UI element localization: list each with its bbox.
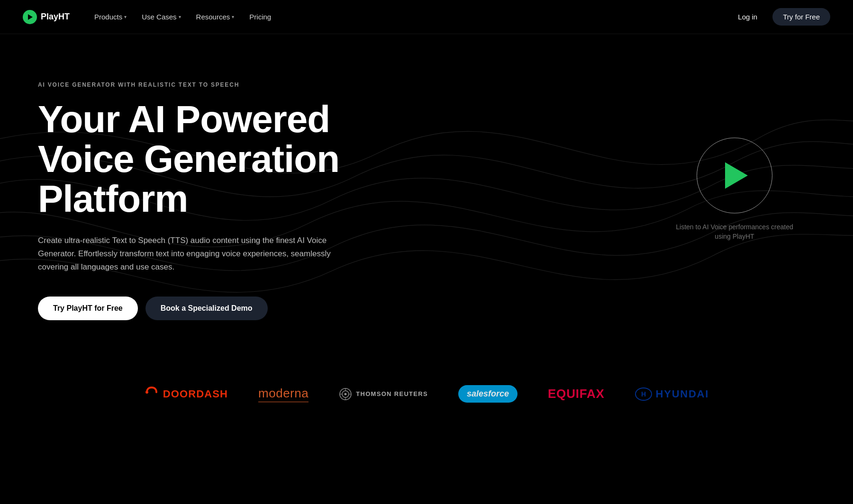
hero-section: AI VOICE GENERATOR WITH REALISTIC TEXT T… bbox=[0, 34, 853, 366]
hyundai-icon: H bbox=[635, 387, 652, 401]
nav-right: Log in Try for Free bbox=[730, 8, 830, 26]
thomson-reuters-text: THOMSON REUTERS bbox=[356, 390, 428, 397]
doordash-logo: DOORDASH bbox=[144, 385, 228, 403]
svg-point-1 bbox=[145, 391, 148, 394]
svg-text:H: H bbox=[641, 390, 646, 398]
nav-link-usecases[interactable]: Use Cases ▾ bbox=[136, 10, 186, 24]
svg-marker-0 bbox=[28, 14, 33, 20]
hero-description: Create ultra-realistic Text to Speech (T… bbox=[38, 234, 332, 274]
nav-links: Products ▾ Use Cases ▾ Resources ▾ Prici… bbox=[89, 10, 277, 24]
chevron-down-icon: ▾ bbox=[179, 14, 181, 19]
play-button[interactable] bbox=[697, 137, 772, 213]
logos-section: DOORDASH moderna THOMSON REUTERS salesfo… bbox=[0, 366, 853, 432]
doordash-icon bbox=[144, 385, 159, 403]
moderna-text: moderna bbox=[258, 386, 309, 402]
nav-item-usecases[interactable]: Use Cases ▾ bbox=[136, 10, 186, 24]
equifax-logo: EQUIFAX bbox=[548, 387, 605, 401]
nav-link-resources[interactable]: Resources ▾ bbox=[191, 10, 240, 24]
login-button[interactable]: Log in bbox=[730, 9, 765, 25]
hyundai-text: HYUNDAI bbox=[656, 388, 709, 400]
hyundai-logo: H HYUNDAI bbox=[635, 387, 709, 401]
doordash-text: DOORDASH bbox=[163, 388, 228, 400]
hero-eyebrow: AI VOICE GENERATOR WITH REALISTIC TEXT T… bbox=[38, 81, 417, 88]
logo[interactable]: PlayHT bbox=[23, 10, 70, 24]
play-button-container: Listen to AI Voice performances created … bbox=[673, 137, 796, 241]
nav-link-pricing[interactable]: Pricing bbox=[244, 10, 277, 24]
play-icon bbox=[725, 162, 748, 189]
try-free-button[interactable]: Try for Free bbox=[772, 8, 830, 26]
chevron-down-icon: ▾ bbox=[232, 14, 234, 19]
moderna-logo: moderna bbox=[258, 386, 309, 402]
nav-item-resources[interactable]: Resources ▾ bbox=[191, 10, 240, 24]
nav-item-pricing[interactable]: Pricing bbox=[244, 10, 277, 24]
book-demo-button[interactable]: Book a Specialized Demo bbox=[145, 297, 268, 320]
logo-icon bbox=[23, 10, 37, 24]
hero-content: AI VOICE GENERATOR WITH REALISTIC TEXT T… bbox=[38, 81, 417, 320]
nav-link-products[interactable]: Products ▾ bbox=[89, 10, 132, 24]
chevron-down-icon: ▾ bbox=[124, 14, 127, 19]
salesforce-logo: salesforce bbox=[458, 385, 517, 403]
thomson-reuters-logo: THOMSON REUTERS bbox=[339, 387, 428, 401]
nav-left: PlayHT Products ▾ Use Cases ▾ Resources … bbox=[23, 10, 277, 24]
navbar: PlayHT Products ▾ Use Cases ▾ Resources … bbox=[0, 0, 853, 34]
try-free-hero-button[interactable]: Try PlayHT for Free bbox=[38, 297, 138, 320]
logo-text: PlayHT bbox=[41, 12, 70, 22]
svg-point-4 bbox=[345, 393, 347, 395]
hero-buttons: Try PlayHT for Free Book a Specialized D… bbox=[38, 297, 417, 320]
play-label: Listen to AI Voice performances created … bbox=[673, 223, 796, 241]
equifax-text: EQUIFAX bbox=[548, 387, 605, 401]
thomson-reuters-icon bbox=[339, 387, 352, 401]
salesforce-text: salesforce bbox=[458, 385, 517, 403]
hero-title: Your AI Powered Voice Generation Platfor… bbox=[38, 99, 417, 219]
nav-item-products[interactable]: Products ▾ bbox=[89, 10, 132, 24]
